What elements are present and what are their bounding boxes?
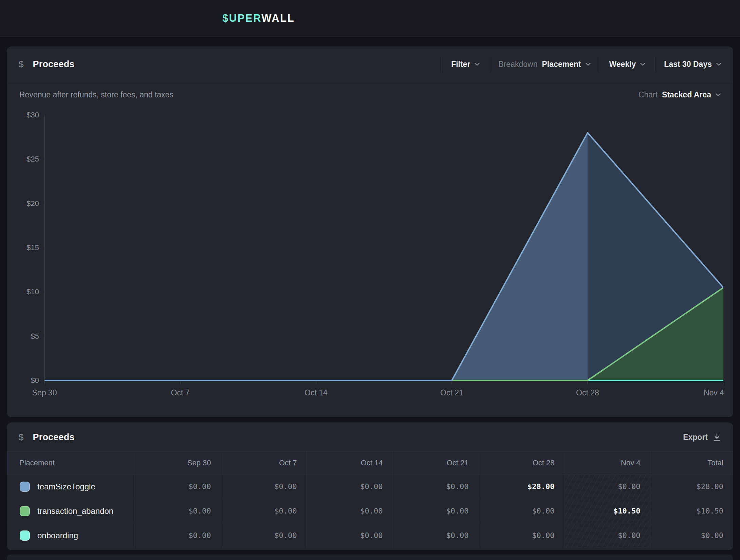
next-card-edge bbox=[7, 555, 733, 560]
column-header: Oct 21 bbox=[392, 452, 478, 474]
interval-select[interactable]: Weekly bbox=[609, 60, 646, 69]
chart-subtitle: Revenue after refunds, store fees, and t… bbox=[19, 90, 173, 99]
placement-name: transaction_abandon bbox=[37, 506, 113, 516]
placement-cell: teamSizeToggle bbox=[7, 474, 135, 499]
divider bbox=[489, 57, 489, 72]
proceeds-value-cell: $0.00 bbox=[307, 474, 392, 499]
table-card-title: Proceeds bbox=[33, 432, 74, 443]
x-axis-tick-label: Oct 21 bbox=[440, 388, 463, 397]
divider bbox=[600, 57, 600, 72]
logo-accent-text: $UPER bbox=[222, 12, 261, 24]
chart-sub-row: Revenue after refunds, store fees, and t… bbox=[7, 82, 733, 99]
proceeds-value-cell: $0.00 bbox=[650, 523, 733, 548]
y-axis-tick-label: $20 bbox=[7, 199, 39, 209]
table-row: transaction_abandon$0.00$0.00$0.00$0.00$… bbox=[7, 499, 733, 523]
proceeds-value-cell: $0.00 bbox=[564, 523, 650, 548]
proceeds-value-cell: $0.00 bbox=[392, 499, 478, 523]
proceeds-value-cell: $0.00 bbox=[221, 474, 307, 499]
chart-controls: Filter Breakdown Placement Weekly Last 3… bbox=[442, 57, 721, 72]
x-axis-tick-label: Oct 7 bbox=[171, 388, 190, 397]
chevron-down-icon bbox=[640, 63, 645, 66]
proceeds-value-cell: $0.00 bbox=[478, 523, 564, 548]
series-swatch bbox=[20, 482, 30, 492]
table-card-header: $ Proceeds Export bbox=[7, 423, 733, 451]
y-axis-tick-label: $15 bbox=[7, 243, 39, 253]
proceeds-value-cell: $0.00 bbox=[307, 499, 392, 523]
placement-name: onboarding bbox=[37, 531, 78, 540]
placement-name: teamSizeToggle bbox=[37, 482, 95, 491]
table-row: onboarding$0.00$0.00$0.00$0.00$0.00$0.00… bbox=[7, 523, 733, 548]
x-axis-tick-label: Oct 28 bbox=[576, 388, 599, 397]
chevron-down-icon bbox=[475, 63, 480, 66]
column-header: Oct 14 bbox=[307, 452, 392, 474]
x-axis-tick-label: Oct 14 bbox=[304, 388, 328, 397]
x-axis-tick-label: Nov 4 bbox=[704, 388, 724, 397]
top-nav: $UPERWALL bbox=[0, 0, 740, 37]
y-axis-tick-label: $5 bbox=[7, 331, 39, 341]
proceeds-value-cell: $0.00 bbox=[478, 499, 564, 523]
proceeds-value-cell: $10.50 bbox=[650, 499, 733, 523]
breakdown-select[interactable]: Breakdown Placement bbox=[498, 60, 590, 69]
download-icon bbox=[713, 433, 721, 442]
chart-card-title-group: $ Proceeds bbox=[19, 59, 75, 70]
table-card-title-group: $ Proceeds bbox=[19, 432, 75, 443]
chart-type-select[interactable]: Chart Stacked Area bbox=[639, 90, 721, 99]
column-header: Oct 7 bbox=[221, 452, 307, 474]
y-axis-tick-label: $25 bbox=[7, 154, 39, 164]
table-row: teamSizeToggle$0.00$0.00$0.00$0.00$28.00… bbox=[7, 474, 733, 499]
proceeds-value-cell: $0.00 bbox=[135, 523, 221, 548]
proceeds-table-card: $ Proceeds Export PlacementSep 30Oct 7Oc… bbox=[7, 423, 733, 550]
divider bbox=[654, 57, 655, 72]
proceeds-value-cell: $0.00 bbox=[392, 474, 478, 499]
proceeds-value-cell: $0.00 bbox=[135, 474, 221, 499]
filter-button[interactable]: Filter bbox=[451, 60, 480, 69]
export-label: Export bbox=[683, 433, 708, 442]
chevron-down-icon bbox=[716, 63, 721, 66]
series-swatch bbox=[20, 530, 30, 541]
y-axis-tick-label: $30 bbox=[7, 110, 39, 120]
y-axis-tick-label: $0 bbox=[7, 375, 39, 386]
chevron-down-icon bbox=[716, 93, 721, 96]
proceeds-value-cell: $0.00 bbox=[307, 523, 392, 548]
filter-label: Filter bbox=[451, 60, 470, 69]
placement-cell: transaction_abandon bbox=[7, 499, 135, 523]
date-range-value: Last 30 Days bbox=[664, 60, 712, 69]
chart-type-label: Chart bbox=[639, 90, 658, 99]
column-header: Placement bbox=[7, 452, 135, 474]
divider bbox=[442, 57, 442, 72]
proceeds-value-cell: $28.00 bbox=[650, 474, 733, 499]
proceeds-table: PlacementSep 30Oct 7Oct 14Oct 21Oct 28No… bbox=[7, 451, 733, 548]
proceeds-value-cell: $0.00 bbox=[221, 499, 307, 523]
proceeds-value-cell: $28.00 bbox=[478, 474, 564, 499]
proceeds-value-cell: $0.00 bbox=[564, 474, 650, 499]
table-header-row: PlacementSep 30Oct 7Oct 14Oct 21Oct 28No… bbox=[7, 452, 733, 474]
column-header: Sep 30 bbox=[135, 452, 221, 474]
dollar-icon: $ bbox=[19, 59, 23, 70]
chevron-down-icon bbox=[586, 63, 591, 66]
column-header: Oct 28 bbox=[478, 452, 564, 474]
stacked-area-chart[interactable] bbox=[44, 115, 723, 385]
proceeds-value-cell: $0.00 bbox=[135, 499, 221, 523]
proceeds-value-cell: $0.00 bbox=[392, 523, 478, 548]
placement-cell: onboarding bbox=[7, 523, 135, 548]
dollar-icon: $ bbox=[19, 432, 23, 443]
breakdown-label: Breakdown bbox=[498, 60, 537, 69]
x-axis-tick-label: Sep 30 bbox=[32, 388, 57, 397]
series-swatch bbox=[20, 506, 30, 516]
chart-card-title: Proceeds bbox=[33, 59, 74, 70]
chart-type-value: Stacked Area bbox=[662, 90, 711, 99]
export-button[interactable]: Export bbox=[683, 433, 721, 442]
proceeds-value-cell: $10.50 bbox=[564, 499, 650, 523]
logo-rest-text: WALL bbox=[261, 12, 295, 24]
chart-card-header: $ Proceeds Filter Breakdown Placement We… bbox=[7, 47, 733, 82]
proceeds-value-cell: $0.00 bbox=[221, 523, 307, 548]
proceeds-chart-card: $ Proceeds Filter Breakdown Placement We… bbox=[7, 46, 733, 417]
date-range-select[interactable]: Last 30 Days bbox=[664, 60, 721, 69]
superwall-logo[interactable]: $UPERWALL bbox=[222, 12, 295, 24]
breakdown-value: Placement bbox=[542, 60, 581, 69]
y-axis-tick-label: $10 bbox=[7, 287, 39, 297]
column-header: Nov 4 bbox=[564, 452, 650, 474]
column-header: Total bbox=[650, 452, 733, 474]
interval-value: Weekly bbox=[609, 60, 636, 69]
